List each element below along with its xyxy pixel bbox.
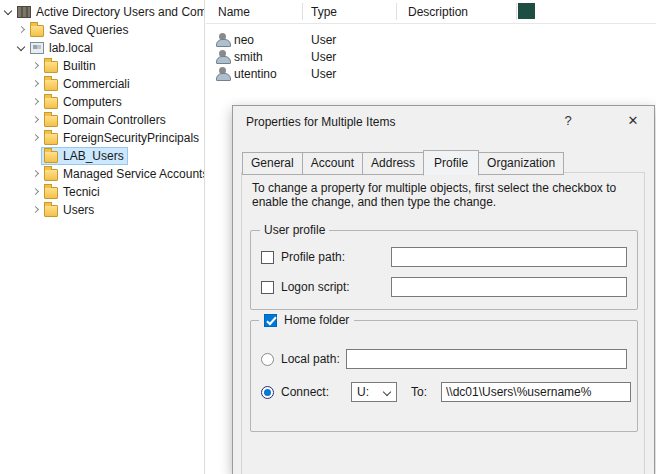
tab-strip: GeneralAccountAddressProfileOrganization	[242, 150, 563, 175]
folder-icon	[44, 133, 58, 145]
tree-item-saved-queries[interactable]: Saved Queries	[0, 21, 204, 39]
tree-item-commerciali[interactable]: Commerciali	[0, 75, 204, 93]
tab-page-profile: To change a property for multiple object…	[241, 172, 645, 474]
help-button[interactable]: ?	[553, 106, 583, 136]
to-label: To:	[411, 385, 427, 399]
local-path-input[interactable]	[346, 349, 627, 369]
tree-item-label: Computers	[63, 95, 122, 109]
column-header-name[interactable]: Name	[218, 5, 250, 19]
user-profile-group: User profile Profile path: Logon script:	[250, 230, 638, 310]
folder-icon	[44, 79, 58, 91]
list-header: NameTypeDescription	[206, 0, 656, 24]
console-tree: Active Directory Users and ComputersSave…	[0, 0, 205, 474]
logon-script-input[interactable]	[391, 277, 627, 297]
cell-name: neo	[234, 33, 311, 47]
expand-chevron[interactable]	[30, 60, 42, 72]
folder-icon	[44, 97, 58, 109]
tree-item-label: Builtin	[63, 59, 96, 73]
tab-profile[interactable]: Profile	[423, 150, 479, 176]
tree-item-label: Domain Controllers	[63, 113, 166, 127]
tree-item-tecnici[interactable]: Tecnici	[0, 183, 204, 201]
expand-chevron[interactable]	[30, 132, 42, 144]
tab-address[interactable]: Address	[362, 152, 424, 175]
expand-chevron[interactable]	[30, 186, 42, 198]
local-path-radio[interactable]	[261, 353, 274, 366]
user-icon	[216, 50, 229, 64]
user-profile-group-label: User profile	[260, 223, 329, 237]
close-button[interactable]: ✕	[614, 106, 652, 136]
chevron-down-icon	[384, 389, 391, 396]
expand-chevron[interactable]	[30, 114, 42, 126]
tree-item-label: Commerciali	[63, 77, 130, 91]
profile-path-label: Profile path:	[281, 250, 345, 264]
tree-item-computers[interactable]: Computers	[0, 93, 204, 111]
folder-icon	[44, 115, 58, 127]
instruction-text: To change a property for multiple object…	[252, 181, 616, 195]
tree-item-lab-users[interactable]: LAB_Users	[0, 147, 204, 165]
drive-select-value: U:	[357, 385, 369, 399]
tree-item-users[interactable]: Users	[0, 201, 204, 219]
column-separator[interactable]	[302, 3, 303, 20]
domain-icon	[30, 42, 44, 54]
tree-item-label: Active Directory Users and Computers	[36, 5, 205, 19]
expand-chevron[interactable]	[16, 24, 28, 36]
profile-path-input[interactable]	[391, 247, 627, 267]
folder-icon	[44, 169, 58, 181]
folder-icon	[44, 205, 58, 217]
tree-item-lab-local[interactable]: lab.local	[0, 39, 204, 57]
list-item-neo[interactable]: neoUser	[206, 31, 656, 48]
aduc-console-window: Active Directory Users and ComputersSave…	[0, 0, 656, 474]
column-header-type[interactable]: Type	[311, 5, 337, 19]
home-folder-label: Home folder	[284, 313, 349, 327]
tab-account[interactable]: Account	[302, 152, 363, 175]
expand-chevron[interactable]	[30, 78, 42, 90]
tree-item-label: Managed Service Accounts	[63, 167, 205, 181]
header-dark-block	[518, 3, 535, 19]
tab-general[interactable]: General	[242, 152, 303, 175]
cell-type: User	[311, 33, 408, 47]
cell-type: User	[311, 50, 408, 64]
dialog-title: Properties for Multiple Items	[246, 115, 395, 129]
instruction-text: enable the change, and then type the cha…	[252, 195, 496, 209]
logon-script-checkbox[interactable]	[261, 281, 274, 294]
logon-script-label: Logon script:	[281, 280, 350, 294]
home-folder-checkbox[interactable]	[264, 314, 277, 327]
folder-icon	[44, 151, 58, 163]
cell-type: User	[311, 67, 408, 81]
expand-chevron[interactable]	[16, 42, 28, 54]
profile-path-checkbox[interactable]	[261, 251, 274, 264]
tree-item-label: Saved Queries	[49, 23, 128, 37]
home-path-input[interactable]	[441, 382, 631, 402]
tree-item-domain-controllers[interactable]: Domain Controllers	[0, 111, 204, 129]
list-item-utentino[interactable]: utentinoUser	[206, 65, 656, 82]
properties-dialog: Properties for Multiple Items ? ✕ Genera…	[232, 105, 655, 474]
folder-icon	[44, 187, 58, 199]
tree-item-label: lab.local	[49, 41, 93, 55]
column-separator[interactable]	[516, 3, 517, 20]
tree-item-label: Tecnici	[63, 185, 100, 199]
user-icon	[216, 33, 229, 47]
tab-organization[interactable]: Organization	[478, 152, 564, 175]
tree-item-label: ForeignSecurityPrincipals	[63, 131, 199, 145]
root-icon	[17, 6, 31, 18]
expand-chevron[interactable]	[3, 6, 15, 18]
tree-item-foreignsecurityprincipals[interactable]: ForeignSecurityPrincipals	[0, 129, 204, 147]
expand-chevron[interactable]	[30, 204, 42, 216]
tree-item-active-directory-users-and-computers[interactable]: Active Directory Users and Computers	[0, 3, 204, 21]
tree-item-builtin[interactable]: Builtin	[0, 57, 204, 75]
expand-chevron[interactable]	[30, 168, 42, 180]
cell-name: smith	[234, 50, 311, 64]
column-separator[interactable]	[396, 3, 397, 20]
tree-item-managed-service-accounts[interactable]: Managed Service Accounts	[0, 165, 204, 183]
tree-item-label: Users	[63, 203, 94, 217]
cell-name: utentino	[234, 67, 311, 81]
list-rows: neoUsersmithUserutentinoUser	[206, 24, 656, 82]
drive-select[interactable]: U:	[351, 382, 397, 402]
connect-radio[interactable]	[261, 386, 274, 399]
connect-label: Connect:	[281, 385, 329, 399]
list-item-smith[interactable]: smithUser	[206, 48, 656, 65]
folder-icon	[44, 61, 58, 73]
expand-chevron[interactable]	[30, 96, 42, 108]
column-header-description[interactable]: Description	[408, 5, 468, 19]
expand-chevron	[30, 150, 42, 162]
